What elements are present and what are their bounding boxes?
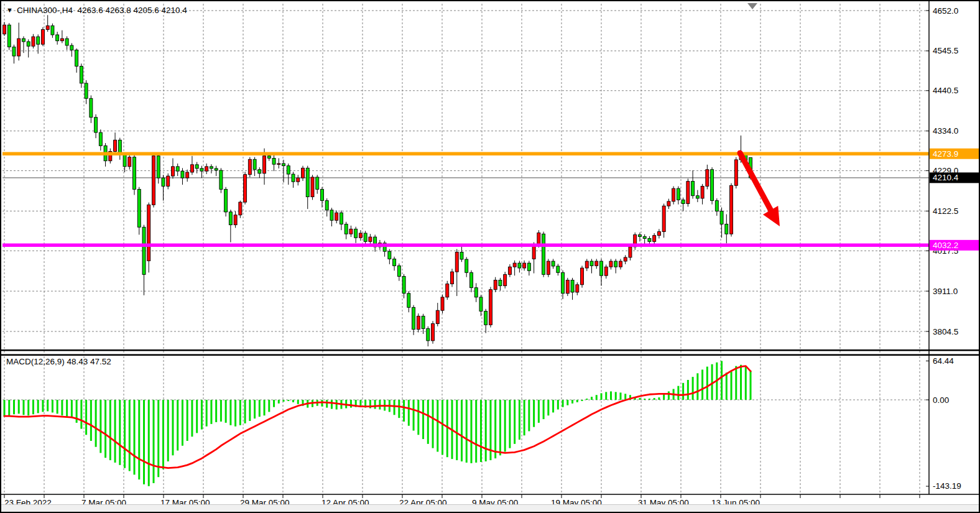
candle-up — [581, 268, 584, 285]
candle-down — [287, 166, 290, 174]
candle-up — [604, 267, 608, 275]
sell-arrow-annotation[interactable] — [740, 153, 780, 226]
macd-histogram-bar — [32, 400, 34, 414]
macd-histogram-bar — [461, 400, 463, 461]
candle-down — [292, 174, 295, 182]
candle-up — [730, 185, 733, 234]
candle-up — [446, 284, 449, 297]
candle-down — [344, 224, 348, 234]
macd-histogram-bar — [278, 400, 280, 404]
macd-histogram-bar — [745, 367, 747, 400]
axis-tick-label: 4273.9 — [933, 149, 958, 159]
symbol-dropdown-icon[interactable]: ▼ — [6, 7, 13, 14]
candle-up — [441, 297, 444, 310]
candle-down — [220, 170, 223, 189]
candle-up — [609, 261, 612, 267]
candle-up — [494, 280, 497, 290]
candle-up — [244, 175, 247, 202]
macd-histogram-bar — [114, 400, 116, 463]
candle-down — [696, 196, 699, 198]
chart-shift-marker-icon[interactable] — [747, 3, 757, 9]
macd-histogram-bar — [394, 400, 395, 415]
candle-up — [432, 324, 435, 341]
macd-histogram-bar — [586, 399, 588, 400]
macd-histogram-bar — [547, 400, 549, 415]
shift-marker-triangle-icon[interactable] — [747, 3, 757, 9]
macd-histogram-bar — [264, 400, 266, 415]
price-axis[interactable]: 4652.04545.54440.54334.04229.04122.54017… — [926, 6, 980, 491]
candle-down — [393, 259, 396, 266]
macd-histogram-bar — [605, 392, 607, 400]
macd-histogram-bar — [591, 397, 593, 400]
macd-histogram-bar — [687, 380, 689, 400]
candle-up — [513, 263, 516, 267]
candle-down — [518, 263, 521, 268]
macd-histogram-bar — [721, 361, 723, 400]
candle-up — [523, 263, 526, 268]
macd-signal-line — [4, 366, 751, 468]
macd-histogram-bar — [196, 400, 198, 433]
candle-down — [99, 132, 102, 146]
macd-histogram-bar — [336, 400, 338, 410]
candle-up — [455, 252, 458, 272]
candle-down — [397, 266, 400, 276]
candle-up — [311, 177, 314, 197]
macd-histogram-bar — [234, 400, 236, 427]
candle-up — [629, 247, 632, 257]
macd-histogram-bar — [162, 400, 164, 469]
axis-tick-label: 64.44 — [933, 356, 954, 366]
macd-histogram-bar — [13, 400, 15, 414]
macd-histogram-bar — [119, 400, 121, 465]
candle-up — [302, 168, 305, 178]
candle-up — [335, 213, 338, 220]
macd-histogram-bar — [446, 400, 448, 457]
candle-down — [527, 263, 530, 270]
candle-up — [147, 205, 150, 261]
macd-histogram-bar — [437, 400, 438, 451]
candle-down — [465, 259, 468, 272]
candle-down — [469, 272, 473, 287]
macd-histogram-bar — [663, 394, 665, 400]
macd-histogram-bar — [85, 400, 87, 435]
macd-histogram-bar — [475, 400, 477, 463]
axis-tick-label: 4440.5 — [933, 86, 958, 95]
candle-down — [224, 189, 228, 212]
macd-histogram-bar — [619, 392, 621, 400]
macd-histogram-bar — [287, 400, 289, 401]
macd-histogram-bar — [153, 400, 155, 483]
axis-tick-label: -143.19 — [933, 481, 961, 491]
candle-up — [686, 182, 690, 204]
macd-histogram-bar — [740, 365, 742, 400]
macd-histogram-bar — [18, 400, 20, 414]
macd-histogram-bar — [99, 400, 101, 453]
candle-down — [638, 234, 641, 236]
macd-histogram-bar — [104, 400, 106, 458]
macd-histogram-bar — [494, 400, 496, 458]
candle-down — [65, 39, 68, 45]
macd-histogram-bar — [677, 386, 679, 400]
candle-down — [90, 98, 93, 117]
horizontal-level-lines[interactable] — [2, 154, 929, 245]
candle-up — [417, 316, 420, 329]
macd-histogram-bar — [610, 391, 612, 400]
macd-histogram-bar — [528, 400, 530, 431]
chart-canvas[interactable]: 4652.04545.54440.54334.04229.04122.54017… — [1, 1, 980, 513]
candle-up — [566, 280, 569, 293]
macd-histogram-bar — [244, 400, 246, 423]
candlesticks — [3, 15, 752, 346]
macd-histogram-bar — [138, 400, 140, 479]
candle-up — [297, 178, 300, 182]
candle-up — [667, 201, 670, 206]
candle-down — [407, 293, 410, 308]
macd-histogram-bar — [134, 400, 136, 474]
candle-down — [427, 328, 430, 340]
candle-down — [51, 25, 54, 35]
candle-down — [499, 280, 502, 286]
candle-down — [590, 261, 593, 266]
macd-histogram-bar — [504, 400, 506, 451]
candle-down — [200, 169, 203, 171]
macd-histogram-bar — [254, 400, 256, 418]
candle-down — [720, 211, 723, 224]
candle-down — [210, 167, 213, 169]
status-bar — [1, 504, 979, 512]
